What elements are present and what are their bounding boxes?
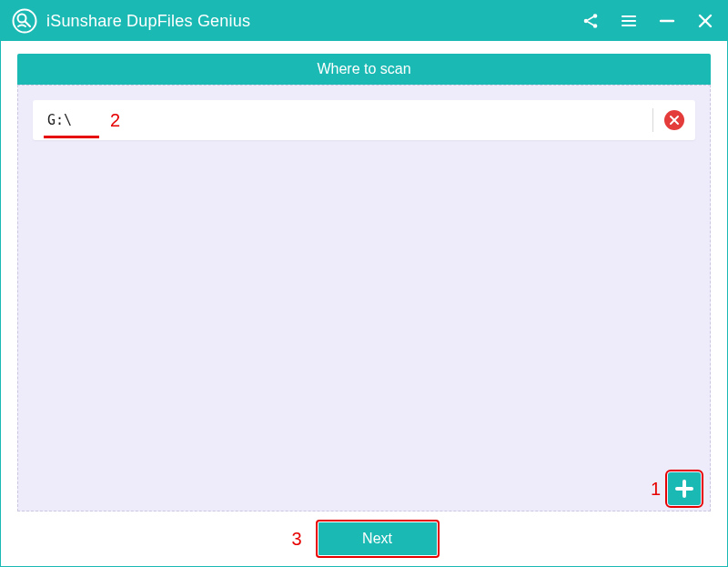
minimize-icon[interactable] xyxy=(656,10,678,32)
annotation-step-3: 3 xyxy=(291,529,301,550)
annotation-step-2: 2 xyxy=(110,110,120,131)
scan-panel: G:\ 2 1 xyxy=(17,85,711,511)
path-divider xyxy=(652,108,653,132)
add-area: 1 xyxy=(651,472,701,505)
svg-point-3 xyxy=(593,14,598,18)
titlebar: iSunshare DupFiles Genius xyxy=(1,1,727,41)
annotation-underline xyxy=(44,136,99,138)
next-button[interactable]: Next xyxy=(318,522,437,555)
add-path-button[interactable] xyxy=(668,472,701,505)
footer: 3 Next xyxy=(17,511,711,566)
svg-point-4 xyxy=(584,19,589,24)
app-logo-icon xyxy=(12,8,37,34)
panel-header: Where to scan xyxy=(17,54,711,85)
annotation-step-1: 1 xyxy=(651,479,661,500)
svg-line-6 xyxy=(588,17,593,21)
menu-icon[interactable] xyxy=(618,10,640,32)
titlebar-actions xyxy=(580,10,716,32)
path-row: G:\ 2 xyxy=(33,100,695,140)
app-window: iSunshare DupFiles Genius xyxy=(0,0,728,567)
svg-point-5 xyxy=(593,24,598,28)
brand: iSunshare DupFiles Genius xyxy=(12,8,250,34)
share-icon[interactable] xyxy=(580,10,602,32)
path-text-wrap: G:\ xyxy=(47,112,72,128)
path-value[interactable]: G:\ xyxy=(47,112,72,128)
close-icon xyxy=(668,114,681,127)
main-content: Where to scan G:\ 2 1 xyxy=(1,41,727,566)
svg-line-7 xyxy=(588,22,593,25)
remove-path-button[interactable] xyxy=(664,110,684,130)
app-title: iSunshare DupFiles Genius xyxy=(46,12,250,31)
close-icon[interactable] xyxy=(694,10,716,32)
plus-icon xyxy=(672,477,696,501)
